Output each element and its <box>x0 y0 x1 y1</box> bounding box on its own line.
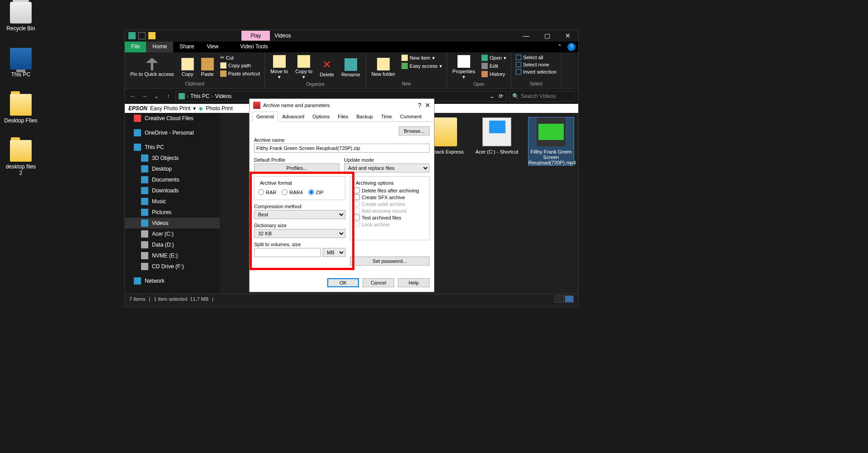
tab-file[interactable]: File <box>125 42 146 52</box>
history-button[interactable]: History <box>480 70 508 78</box>
qat-icon[interactable] <box>158 32 165 39</box>
split-size-input[interactable] <box>254 248 321 257</box>
new-item-button[interactable]: New item ▾ <box>400 54 444 61</box>
qat-icon[interactable] <box>128 32 136 39</box>
help-button[interactable]: Help <box>398 278 429 287</box>
radio-rar4[interactable]: RAR4 <box>282 189 302 195</box>
close-button[interactable]: ✕ <box>557 30 578 42</box>
forward-button[interactable]: → <box>140 92 149 101</box>
minimize-button[interactable]: — <box>516 30 537 42</box>
tab-comment[interactable]: Comment <box>396 112 426 121</box>
profiles-button[interactable]: Profiles... <box>254 163 340 173</box>
cancel-button[interactable]: Cancel <box>363 278 394 287</box>
epson-photo-print[interactable]: Photo Print <box>206 105 232 112</box>
tab-video-tools[interactable]: Video Tools <box>234 42 274 52</box>
help-icon[interactable]: ? <box>567 43 576 51</box>
qat-icon[interactable] <box>148 32 156 39</box>
desktop-folder-1[interactable]: Desktop FIles <box>4 94 38 124</box>
dictionary-select[interactable]: 32 KB <box>254 229 345 238</box>
dropdown-icon[interactable]: ⌄ <box>490 93 494 99</box>
context-tab-play[interactable]: Play <box>241 31 270 41</box>
tree-videos[interactable]: Videos <box>125 218 220 229</box>
delete-button[interactable]: ✕Delete <box>317 54 337 81</box>
tree-music[interactable]: Music <box>125 196 220 207</box>
nav-tree[interactable]: Creative Cloud Files OneDrive - Personal… <box>125 113 220 294</box>
desktop-recycle-bin[interactable]: Recycle Bin <box>4 2 38 32</box>
set-password-button[interactable]: Set password... <box>350 257 429 266</box>
dialog-tabs: General Advanced Options Files Backup Ti… <box>250 112 434 122</box>
collapse-ribbon-icon[interactable]: ⌃ <box>555 42 565 52</box>
split-unit-select[interactable]: MB <box>323 248 345 257</box>
tree-3dobjects[interactable]: 3D Objects <box>125 153 220 163</box>
ok-button[interactable]: OK <box>327 278 359 287</box>
desktop-folder-2[interactable]: desktop files 2 <box>4 140 38 176</box>
tab-general[interactable]: General <box>252 112 278 122</box>
check-test[interactable]: Test archived files <box>354 215 425 220</box>
tree-onedrive[interactable]: OneDrive - Personal <box>125 127 220 138</box>
move-to-button[interactable]: Move to ▾ <box>268 54 291 81</box>
tab-backup[interactable]: Backup <box>352 112 377 121</box>
maximize-button[interactable]: ▢ <box>537 30 557 42</box>
paste-shortcut-button[interactable]: Paste shortcut <box>218 70 262 77</box>
cut-button[interactable]: ✂Cut <box>218 54 262 61</box>
help-button[interactable]: ? <box>418 102 421 109</box>
tree-acer[interactable]: Acer (C:) <box>125 229 220 239</box>
details-view-button[interactable] <box>555 295 564 303</box>
paste-button[interactable]: Paste <box>198 54 217 80</box>
breadcrumb-videos[interactable]: Videos <box>215 93 231 99</box>
tree-nvme[interactable]: NVME (E:) <box>125 250 220 261</box>
tab-share[interactable]: Share <box>173 42 200 52</box>
invert-selection-button[interactable]: Invert selection <box>514 69 558 75</box>
tree-desktop[interactable]: Desktop <box>125 163 220 174</box>
back-button[interactable]: ← <box>128 92 137 101</box>
archive-name-input[interactable] <box>254 144 429 153</box>
copy-to-button[interactable]: Copy to ▾ <box>292 54 315 81</box>
tree-pictures[interactable]: Pictures <box>125 207 220 218</box>
tree-network[interactable]: Network <box>125 276 220 286</box>
breadcrumb-thispc[interactable]: This PC <box>190 93 210 99</box>
easy-access-button[interactable]: Easy access ▾ <box>400 62 444 70</box>
recent-button[interactable]: ⌄ <box>152 92 161 101</box>
file-acer-shortcut[interactable]: Acer (C:) - Shortcut <box>474 117 519 154</box>
pin-button[interactable]: Pin to Quick access <box>127 54 177 80</box>
qat-icon[interactable] <box>138 32 146 39</box>
select-all-button[interactable]: Select all <box>514 54 558 61</box>
titlebar[interactable]: Play Videos — ▢ ✕ <box>125 30 578 42</box>
properties-button[interactable]: Properties ▾ <box>450 54 478 81</box>
tree-data[interactable]: Data (D:) <box>125 239 220 250</box>
close-button[interactable]: ✕ <box>425 102 430 109</box>
epson-easy-print[interactable]: Easy Photo Print <box>150 105 190 112</box>
radio-zip[interactable]: ZIP <box>308 189 324 195</box>
tree-documents[interactable]: Documents <box>125 174 220 185</box>
tab-advanced[interactable]: Advanced <box>278 112 308 121</box>
new-folder-button[interactable]: New folder <box>369 54 398 80</box>
tree-cd[interactable]: CD Drive (F:) <box>125 261 220 272</box>
up-button[interactable]: ↑ <box>164 92 173 101</box>
browse-button[interactable]: Browse... <box>399 126 429 135</box>
open-button[interactable]: Open ▾ <box>480 54 508 61</box>
file-filthy-frank[interactable]: Filthy Frank Green Screen Reupload(720P)… <box>528 117 574 165</box>
tab-options[interactable]: Options <box>308 112 334 121</box>
edit-button[interactable]: Edit <box>480 62 508 70</box>
radio-rar[interactable]: RAR <box>258 189 276 195</box>
copy-path-button[interactable]: Copy path <box>218 62 262 69</box>
check-delete[interactable]: Delete files after archiving <box>354 187 425 193</box>
update-mode-select[interactable]: Add and replace files <box>344 163 429 173</box>
compression-select[interactable]: Best <box>254 210 345 219</box>
desktop-this-pc[interactable]: This PC <box>4 48 38 78</box>
tree-thispc[interactable]: This PC <box>125 142 220 153</box>
check-sfx[interactable]: Create SFX archive <box>354 194 425 200</box>
dialog-titlebar[interactable]: Archive name and parameters ? ✕ <box>250 99 434 112</box>
tab-home[interactable]: Home <box>146 42 173 52</box>
tab-files[interactable]: Files <box>334 112 352 121</box>
tree-downloads[interactable]: Downloads <box>125 185 220 196</box>
refresh-icon[interactable]: ⟳ <box>499 93 503 99</box>
icons-view-button[interactable] <box>565 295 574 303</box>
select-none-button[interactable]: Select none <box>514 61 558 68</box>
copy-button[interactable]: Copy <box>179 54 197 80</box>
search-input[interactable]: 🔍 Search Videos <box>509 91 575 102</box>
tab-view[interactable]: View <box>200 42 225 52</box>
tab-time[interactable]: Time <box>377 112 396 121</box>
tree-ccf[interactable]: Creative Cloud Files <box>125 113 220 124</box>
rename-button[interactable]: Rename <box>339 54 363 81</box>
